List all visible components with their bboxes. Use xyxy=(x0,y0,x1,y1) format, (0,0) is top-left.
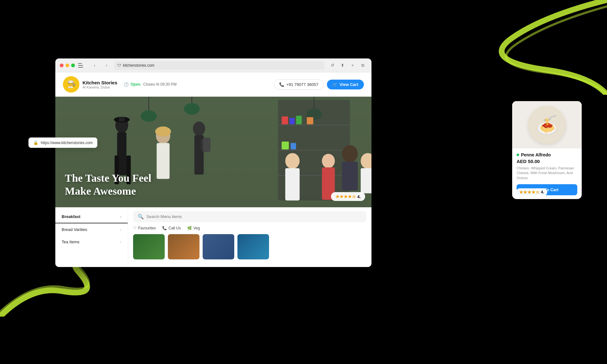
sidebar-label-tea: Tea Items xyxy=(62,240,79,244)
url-tooltip: 🔒 https://www.kitchenstories.com xyxy=(28,137,97,148)
status-open: Open. xyxy=(131,82,141,87)
pasta-plate-image: 🍝 xyxy=(528,106,566,144)
header-right: 📞 +91 79077 36057 🛒 View Cart xyxy=(274,79,364,90)
leaf-icon: 🌿 xyxy=(187,226,192,230)
restaurant-info: Kitchen Stories Al Karama, Dubai xyxy=(83,80,117,89)
view-cart-button[interactable]: 🛒 View Cart xyxy=(327,80,364,89)
favourites-filter-button[interactable]: ♡ Favourites xyxy=(133,226,156,230)
traffic-lights xyxy=(60,64,75,67)
tagline-line1: The Taste You Feel xyxy=(65,172,151,184)
sidebar-toggle-button[interactable] xyxy=(78,61,87,70)
clock-icon: 🕐 xyxy=(124,82,129,87)
website-content: 👨‍🍳 Kitchen Stories Al Karama, Dubai 🕐 O… xyxy=(55,72,371,267)
menu-card-2[interactable] xyxy=(168,234,199,259)
close-button[interactable] xyxy=(60,64,64,67)
phone-button[interactable]: 📞 +91 79077 36057 xyxy=(274,79,324,90)
food-name: Penne Alfredo xyxy=(521,152,551,157)
chef-icon: 👨‍🍳 xyxy=(67,80,76,88)
call-us-filter-button[interactable]: 📞 Call Us xyxy=(162,226,181,230)
sidebar-label-breakfast: Breakfast xyxy=(62,214,80,219)
filter-row: ♡ Favourites 📞 Call Us 🌿 Veg xyxy=(133,226,366,230)
view-cart-label: View Cart xyxy=(340,82,358,87)
chevron-right-icon: › xyxy=(120,240,121,244)
food-rating-value: 4. xyxy=(541,190,544,194)
main-layout: Breakfast › Bread Varities › Tea Items ›… xyxy=(55,207,371,267)
lock-icon: 🔒 xyxy=(33,140,38,145)
phone-number: +91 79077 36057 xyxy=(286,82,318,87)
sidebar-item-bread-varities[interactable]: Bread Varities › xyxy=(55,223,128,236)
veg-indicator xyxy=(517,154,519,156)
back-button[interactable]: ‹ xyxy=(90,61,99,70)
rating-value: 4. xyxy=(357,194,361,199)
maximize-button[interactable] xyxy=(71,64,75,67)
shield-icon: 🛡 xyxy=(117,63,121,68)
restaurant-name: Kitchen Stories xyxy=(83,80,117,85)
browser-window: ‹ › 🛡 kitchenstories.com ↺ ⬆ + ⧉ 👨‍🍳 Kit… xyxy=(55,58,371,267)
minimize-button[interactable] xyxy=(65,64,69,67)
logo-area: 👨‍🍳 Kitchen Stories Al Karama, Dubai xyxy=(63,76,117,93)
hero-rating: ★★★★☆ 4. xyxy=(331,192,365,201)
forward-button[interactable]: › xyxy=(102,61,111,70)
veg-label: Veg xyxy=(193,226,200,230)
veg-filter-button[interactable]: 🌿 Veg xyxy=(187,226,200,230)
status-time: Closes At 09:30 PM xyxy=(143,82,176,87)
url-tooltip-text: https://www.kitchenstories.com xyxy=(41,141,93,145)
call-us-label: Call Us xyxy=(169,226,181,230)
hero-tagline: The Taste You Feel Make Awesome xyxy=(65,172,151,198)
favourites-label: Favourites xyxy=(138,226,156,230)
restaurant-location: Al Karama, Dubai xyxy=(83,85,117,89)
chevron-right-icon: › xyxy=(120,215,121,219)
food-description: Chicken, Whipped Cream, Parmesan Cheese,… xyxy=(517,166,577,180)
sidebar-item-breakfast[interactable]: Breakfast › xyxy=(55,210,128,223)
search-icon: 🔍 xyxy=(138,214,144,220)
tabs-button[interactable]: ⧉ xyxy=(358,61,367,70)
hero-text: The Taste You Feel Make Awesome xyxy=(65,172,151,198)
cart-icon: 🛒 xyxy=(333,82,338,87)
url-text: kitchenstories.com xyxy=(123,63,154,68)
content-area: 🔍 ♡ Favourites 📞 Call Us 🌿 Veg xyxy=(128,207,371,267)
hero-section: The Taste You Feel Make Awesome ★★★★☆ 4. xyxy=(55,97,371,207)
site-header: 👨‍🍳 Kitchen Stories Al Karama, Dubai 🕐 O… xyxy=(55,72,371,97)
sidebar-label-bread: Bread Varities xyxy=(62,227,87,232)
menu-grid xyxy=(133,234,366,259)
new-tab-button[interactable]: + xyxy=(348,61,357,70)
sidebar-item-tea-items[interactable]: Tea Items › xyxy=(55,236,128,248)
search-bar: 🔍 xyxy=(133,211,366,222)
browser-chrome: ‹ › 🛡 kitchenstories.com ↺ ⬆ + ⧉ xyxy=(55,58,371,72)
star-icons: ★★★★☆ xyxy=(335,194,356,199)
chevron-right-icon: › xyxy=(120,228,121,232)
sidebar: Breakfast › Bread Varities › Tea Items › xyxy=(55,207,128,267)
menu-card-3[interactable] xyxy=(203,234,234,259)
heart-icon: ♡ xyxy=(133,226,137,230)
food-card-popup: 🍝 Penne Alfredo AED 50.00 Chicken, Whipp… xyxy=(512,101,582,199)
tagline-line2: Make Awesome xyxy=(65,185,136,197)
food-card-image: 🍝 xyxy=(512,101,582,149)
share-button[interactable]: ⬆ xyxy=(338,61,347,70)
restaurant-logo: 👨‍🍳 xyxy=(63,76,79,93)
browser-actions: ↺ ⬆ + ⧉ xyxy=(328,61,367,70)
food-card-rating-overlay: ★★★★☆ 4. xyxy=(516,188,547,196)
search-input[interactable] xyxy=(146,214,362,219)
menu-card-1[interactable] xyxy=(133,234,165,259)
status-badge: 🕐 Open. Closes At 09:30 PM xyxy=(124,82,176,87)
food-stars: ★★★★☆ xyxy=(519,190,540,195)
phone-icon: 📞 xyxy=(279,82,284,87)
food-name-row: Penne Alfredo xyxy=(517,152,577,157)
food-price: AED 50.00 xyxy=(517,159,577,164)
phone-small-icon: 📞 xyxy=(162,226,167,230)
address-bar[interactable]: 🛡 kitchenstories.com xyxy=(114,61,325,70)
reload-button[interactable]: ↺ xyxy=(328,61,337,70)
menu-card-4[interactable] xyxy=(237,234,269,259)
